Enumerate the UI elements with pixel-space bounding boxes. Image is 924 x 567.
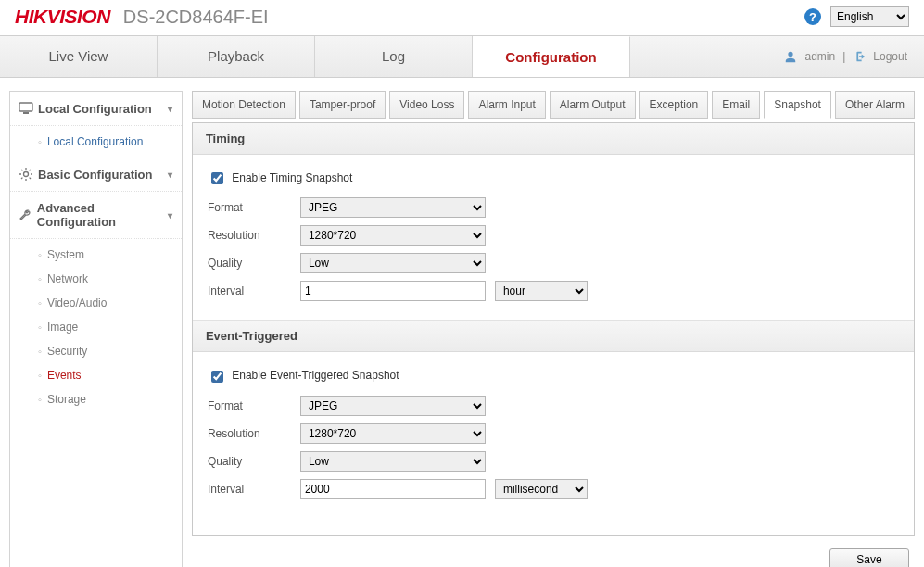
logout-icon bbox=[853, 50, 866, 64]
language-select[interactable]: English bbox=[830, 6, 909, 27]
sidebar-item-local-configuration[interactable]: ◦Local Configuration bbox=[38, 130, 182, 154]
timing-interval-input[interactable] bbox=[300, 281, 486, 301]
chevron-down-icon: ▾ bbox=[168, 210, 172, 220]
sidebar-section-basic[interactable]: Basic Configuration ▾ bbox=[10, 158, 182, 192]
sidebar-item-events[interactable]: ◦Events bbox=[38, 363, 182, 387]
bullet-icon: ◦ bbox=[38, 395, 42, 405]
sidebar-item-label: Storage bbox=[47, 393, 86, 406]
sidebar-item-security[interactable]: ◦Security bbox=[38, 339, 182, 363]
event-enable-checkbox[interactable] bbox=[211, 371, 223, 383]
sidebar-item-image[interactable]: ◦Image bbox=[38, 315, 182, 339]
section-header-timing: Timing bbox=[193, 123, 914, 155]
sidebar-item-label: Network bbox=[47, 272, 88, 285]
bullet-icon: ◦ bbox=[38, 250, 42, 260]
sidebar-item-storage[interactable]: ◦Storage bbox=[38, 387, 182, 411]
bullet-icon: ◦ bbox=[38, 346, 42, 357]
timing-format-label: Format bbox=[208, 201, 300, 214]
wrench-icon bbox=[18, 208, 33, 222]
save-button[interactable]: Save bbox=[829, 548, 909, 567]
logo: HIKVISION bbox=[15, 6, 110, 28]
section-header-event: Event-Triggered bbox=[193, 320, 914, 352]
subtab-exception[interactable]: Exception bbox=[639, 91, 709, 119]
svg-rect-1 bbox=[23, 112, 29, 114]
help-icon[interactable]: ? bbox=[804, 8, 821, 25]
logout-link[interactable]: Logout bbox=[873, 50, 907, 63]
subtab-tamper-proof[interactable]: Tamper-proof bbox=[299, 91, 386, 119]
timing-format-select[interactable]: JPEG bbox=[300, 197, 486, 218]
sidebar-item-system[interactable]: ◦System bbox=[38, 243, 182, 267]
timing-quality-select[interactable]: Low bbox=[300, 253, 486, 273]
sidebar-item-label: Image bbox=[47, 321, 78, 334]
event-resolution-select[interactable]: 1280*720 bbox=[300, 423, 486, 444]
sidebar-item-label: Security bbox=[47, 345, 87, 358]
subtab-video-loss[interactable]: Video Loss bbox=[389, 91, 464, 119]
monitor-icon bbox=[18, 101, 34, 116]
svg-point-2 bbox=[24, 172, 29, 177]
nav-separator: | bbox=[842, 50, 845, 63]
sidebar: Local Configuration ▾ ◦Local Configurati… bbox=[9, 91, 183, 567]
event-interval-label: Interval bbox=[208, 483, 300, 496]
sidebar-item-video-audio[interactable]: ◦Video/Audio bbox=[38, 291, 182, 315]
subtabs: Motion Detection Tamper-proof Video Loss… bbox=[192, 91, 915, 119]
event-quality-label: Quality bbox=[208, 455, 300, 468]
subtab-other-alarm[interactable]: Other Alarm bbox=[835, 91, 915, 119]
subtab-alarm-input[interactable]: Alarm Input bbox=[468, 91, 545, 119]
model-name: DS-2CD8464F-EI bbox=[123, 6, 269, 28]
nav-configuration[interactable]: Configuration bbox=[473, 36, 630, 77]
subtab-motion-detection[interactable]: Motion Detection bbox=[192, 91, 296, 119]
settings-panel: Timing Enable Timing Snapshot Format JPE… bbox=[192, 122, 915, 536]
sidebar-item-label: Events bbox=[47, 369, 82, 382]
gear-icon bbox=[18, 167, 34, 182]
timing-enable-label: Enable Timing Snapshot bbox=[232, 171, 352, 184]
sidebar-section-local-label: Local Configuration bbox=[38, 102, 152, 116]
sidebar-item-label: System bbox=[47, 248, 84, 261]
user-icon bbox=[784, 50, 797, 64]
timing-interval-unit-select[interactable]: hour bbox=[495, 281, 588, 301]
sidebar-section-local[interactable]: Local Configuration ▾ bbox=[10, 92, 182, 126]
svg-rect-0 bbox=[19, 103, 32, 111]
timing-resolution-label: Resolution bbox=[208, 229, 300, 242]
timing-resolution-select[interactable]: 1280*720 bbox=[300, 225, 486, 246]
user-name: admin bbox=[804, 50, 835, 63]
event-enable-label: Enable Event-Triggered Snapshot bbox=[232, 369, 399, 382]
nav-log[interactable]: Log bbox=[315, 36, 473, 77]
subtab-snapshot[interactable]: Snapshot bbox=[764, 91, 831, 119]
subtab-email[interactable]: Email bbox=[712, 91, 760, 119]
event-format-select[interactable]: JPEG bbox=[300, 396, 486, 416]
event-interval-input[interactable] bbox=[300, 479, 486, 499]
sidebar-item-label: Video/Audio bbox=[47, 296, 108, 309]
bullet-icon: ◦ bbox=[38, 274, 42, 284]
bullet-icon: ◦ bbox=[38, 298, 42, 309]
event-interval-unit-select[interactable]: millisecond bbox=[495, 479, 588, 499]
nav-live-view[interactable]: Live View bbox=[0, 36, 158, 77]
sidebar-item-network[interactable]: ◦Network bbox=[38, 267, 182, 291]
chevron-down-icon: ▾ bbox=[168, 104, 172, 114]
nav-playback[interactable]: Playback bbox=[158, 36, 315, 77]
timing-quality-label: Quality bbox=[208, 257, 300, 270]
event-format-label: Format bbox=[208, 399, 300, 412]
subtab-alarm-output[interactable]: Alarm Output bbox=[550, 91, 636, 119]
sidebar-section-advanced[interactable]: Advanced Configuration ▾ bbox=[10, 192, 182, 239]
bullet-icon: ◦ bbox=[38, 371, 42, 381]
bullet-icon: ◦ bbox=[38, 322, 42, 333]
bullet-icon: ◦ bbox=[38, 137, 42, 147]
timing-interval-label: Interval bbox=[208, 284, 300, 297]
sidebar-item-label: Local Configuration bbox=[47, 135, 143, 148]
timing-enable-checkbox[interactable] bbox=[211, 172, 223, 184]
sidebar-section-basic-label: Basic Configuration bbox=[38, 168, 153, 182]
event-quality-select[interactable]: Low bbox=[300, 451, 486, 472]
event-resolution-label: Resolution bbox=[208, 427, 300, 440]
chevron-down-icon: ▾ bbox=[168, 170, 172, 180]
sidebar-section-advanced-label: Advanced Configuration bbox=[37, 201, 168, 229]
